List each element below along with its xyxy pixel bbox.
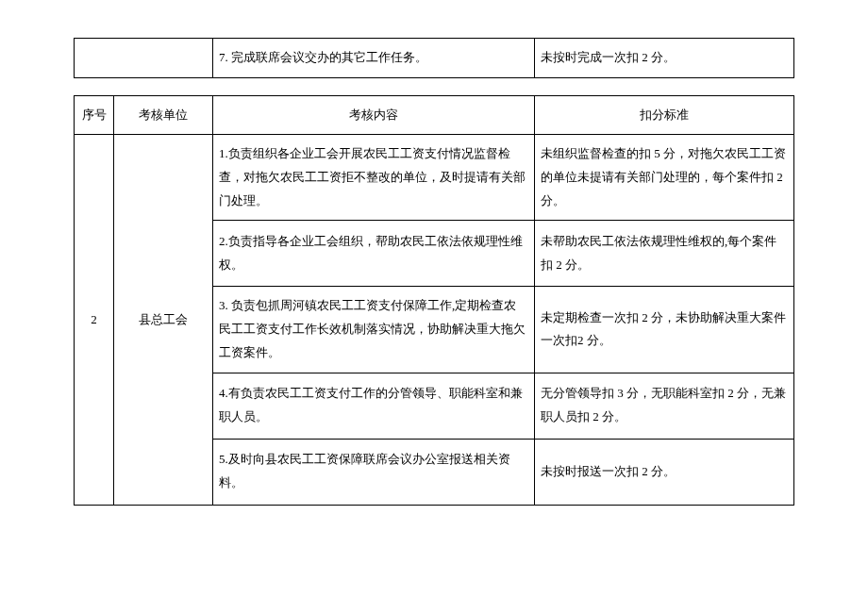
top-fragment-content-cell: 7. 完成联席会议交办的其它工作任务。	[213, 39, 535, 78]
row-standard-cell: 未按时报送一次扣 2 分。	[535, 439, 794, 505]
row-index-cell: 2	[75, 135, 114, 505]
row-standard-cell: 未帮助农民工依法依规理性维权的,每个案件扣 2 分。	[535, 221, 794, 287]
top-fragment-unit-cell	[114, 39, 213, 78]
row-content-cell: 1.负责组织各企业工会开展农民工工资支付情况监督检查，对拖欠农民工工资拒不整改的…	[213, 135, 535, 221]
top-fragment-index-cell	[75, 39, 114, 78]
row-unit-cell: 县总工会	[114, 135, 213, 505]
table-header-row: 序号 考核单位 考核内容 扣分标准	[75, 95, 794, 135]
header-unit: 考核单位	[114, 95, 213, 135]
header-index: 序号	[75, 95, 114, 135]
top-fragment-table: 7. 完成联席会议交办的其它工作任务。 未按时完成一次扣 2 分。	[74, 38, 794, 78]
row-content-cell: 2.负责指导各企业工会组织，帮助农民工依法依规理性维权。	[213, 221, 535, 287]
header-content: 考核内容	[213, 95, 535, 135]
table-row: 2 县总工会 1.负责组织各企业工会开展农民工工资支付情况监督检查，对拖欠农民工…	[75, 135, 794, 221]
row-standard-cell: 未定期检查一次扣 2 分，未协助解决重大案件一次扣2 分。	[535, 287, 794, 373]
row-content-cell: 4.有负责农民工工资支付工作的分管领导、职能科室和兼职人员。	[213, 373, 535, 439]
row-content-cell: 5.及时向县农民工工资保障联席会议办公室报送相关资料。	[213, 439, 535, 505]
header-standard: 扣分标准	[535, 95, 794, 135]
row-standard-cell: 未组织监督检查的扣 5 分，对拖欠农民工工资的单位未提请有关部门处理的，每个案件…	[535, 135, 794, 221]
row-content-cell: 3. 负责包抓周河镇农民工工资支付保障工作,定期检查农民工工资支付工作长效机制落…	[213, 287, 535, 373]
top-fragment-standard-cell: 未按时完成一次扣 2 分。	[535, 39, 794, 78]
main-table: 序号 考核单位 考核内容 扣分标准 2 县总工会 1.负责组织各企业工会开展农民…	[74, 95, 794, 506]
top-fragment-row: 7. 完成联席会议交办的其它工作任务。 未按时完成一次扣 2 分。	[75, 39, 794, 78]
row-standard-cell: 无分管领导扣 3 分，无职能科室扣 2 分，无兼职人员扣 2 分。	[535, 373, 794, 439]
